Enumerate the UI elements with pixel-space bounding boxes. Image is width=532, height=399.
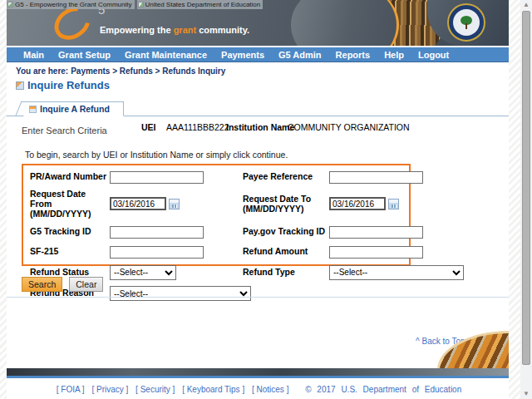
page-title: Inquire Refunds [27, 79, 110, 91]
sf-215-label: SF-215 [30, 246, 106, 256]
banner-tagline: Empowering the grant community. [100, 25, 249, 35]
page-container: 5 Empowering the grant community. G5 - E… [7, 0, 509, 399]
banner-alt-ed: United States Department of Education [137, 0, 264, 9]
calendar-icon[interactable] [388, 199, 399, 209]
request-date-from-input[interactable] [110, 197, 166, 210]
search-instruction-text: To begin, search by UEI or Institution N… [25, 150, 288, 160]
seal-tree-icon [459, 15, 474, 30]
banner-alt-g5: G5 - Empowering the Grant Community [7, 0, 135, 9]
request-date-from-label: Request Date From(MM/DD/YYYY) [30, 189, 106, 219]
banner: 5 Empowering the grant community. G5 - E… [7, 0, 509, 46]
breadcrumb: You are here:Payments > Refunds > Refund… [16, 66, 228, 76]
tab-inquire-a-refund[interactable]: Inquire A Refund [23, 101, 124, 116]
nav-item-help[interactable]: Help [384, 50, 404, 60]
refund-reason-select[interactable]: --Select-- [110, 286, 251, 301]
refund-amount-label: Refund Amount [243, 246, 326, 256]
institution-name-value: COMMUNITY ORGANIZATION [288, 122, 410, 132]
footer: [ FOIA ] [ Privacy ] [ Security ] [ Keyb… [7, 385, 509, 394]
payee-reference-label: Payee Reference [243, 171, 326, 181]
institution-name-label: Institution Name [226, 122, 294, 132]
footer-photo-bar [7, 368, 509, 376]
g5-tracking-id-label: G5 Tracking ID [30, 226, 106, 236]
scrollbar-down-arrow-icon[interactable]: ▼ [520, 389, 532, 399]
footer-blue-line [7, 376, 509, 378]
main-nav: Main Grant Setup Grant Maintenance Payme… [7, 47, 509, 62]
vertical-scrollbar[interactable]: ▲ ▼ [520, 0, 532, 399]
refund-status-label: Refund Status [30, 267, 106, 277]
paygov-tracking-id-label: Pay.gov Tracking ID [243, 226, 326, 236]
banner-curve [291, 0, 399, 46]
request-date-to-input[interactable] [329, 197, 386, 210]
refund-status-select[interactable]: --Select-- [110, 265, 176, 280]
uei-label: UEI [141, 122, 156, 132]
nav-item-payments[interactable]: Payments [221, 50, 264, 60]
tab-row: Inquire A Refund [7, 101, 509, 116]
tab-icon [29, 106, 37, 113]
content-divider [7, 297, 509, 298]
g5-tracking-id-input[interactable] [110, 226, 204, 239]
broken-image-icon [7, 2, 13, 7]
pr-award-number-label: PR/Award Number [30, 171, 106, 181]
calendar-icon[interactable] [169, 199, 180, 209]
footer-link-privacy[interactable]: [ Privacy ] [91, 385, 128, 394]
refund-type-select[interactable]: --Select-- [329, 265, 464, 280]
request-date-to-label: Request Date To(MM/DD/YYYY) [243, 194, 326, 214]
nav-item-g5-admin[interactable]: G5 Admin [278, 50, 322, 60]
nav-item-grant-setup[interactable]: Grant Setup [58, 50, 111, 60]
pr-award-number-input[interactable] [110, 171, 204, 184]
nav-item-main[interactable]: Main [23, 50, 44, 60]
department-of-education-seal [447, 3, 485, 42]
search-button[interactable]: Search [22, 277, 62, 292]
footer-link-security[interactable]: [ Security ] [135, 385, 175, 394]
sf-215-input[interactable] [110, 246, 204, 259]
payee-reference-input[interactable] [329, 171, 423, 184]
paygov-tracking-id-input[interactable] [329, 226, 423, 239]
action-buttons: Search Clear [22, 277, 103, 292]
footer-link-keyboard-tips[interactable]: [ Keyboard Tips ] [182, 385, 244, 394]
tab-label: Inquire A Refund [40, 104, 110, 114]
breadcrumb-path[interactable]: Payments > Refunds > Refunds Inquiry [71, 66, 225, 76]
seal-inner-ring [453, 9, 480, 36]
refund-amount-input[interactable] [329, 246, 423, 259]
page-title-row: Inquire Refunds [16, 79, 110, 91]
copyright-text: © 2017 U.S. Department of Education [305, 385, 461, 394]
broken-image-icon [138, 2, 144, 7]
nav-item-reports[interactable]: Reports [336, 50, 371, 60]
nav-item-grant-maintenance[interactable]: Grant Maintenance [125, 50, 207, 60]
breadcrumb-prefix: You are here: [16, 66, 68, 76]
banner-alt-strip: G5 - Empowering the Grant Community Unit… [7, 0, 263, 9]
scrollbar-up-arrow-icon[interactable]: ▲ [520, 0, 532, 10]
scrollbar-thumb[interactable] [522, 11, 530, 365]
uei-value: AAA111BBB222 [166, 122, 229, 132]
page-title-icon [16, 81, 24, 90]
search-criteria-form: PR/Award Number Payee Reference Request … [22, 164, 411, 266]
enter-search-criteria-heading: Enter Search Criteria [22, 126, 107, 135]
nav-item-logout[interactable]: Logout [418, 50, 449, 60]
refund-type-label: Refund Type [243, 267, 326, 277]
footer-link-foia[interactable]: [ FOIA ] [57, 385, 85, 394]
footer-link-notices[interactable]: [ Notices ] [252, 385, 288, 394]
clear-button[interactable]: Clear [69, 277, 103, 292]
